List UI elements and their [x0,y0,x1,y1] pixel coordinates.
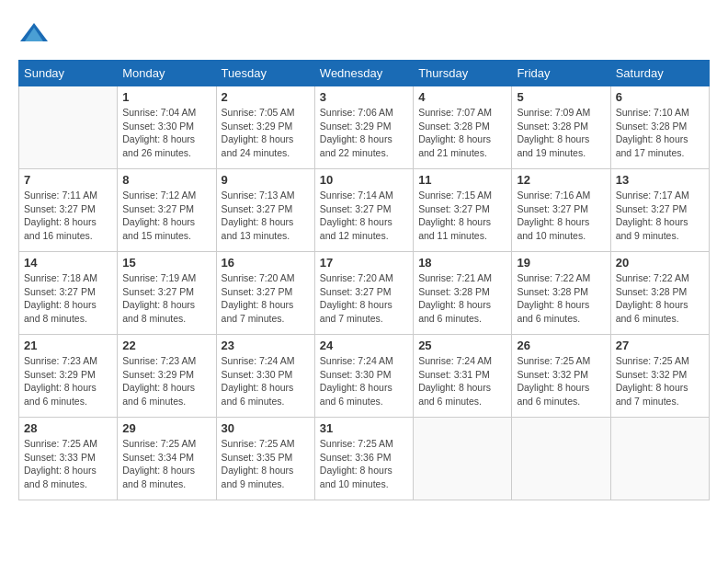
calendar-cell: 14Sunrise: 7:18 AM Sunset: 3:27 PM Dayli… [19,252,118,335]
day-number: 7 [24,173,112,187]
calendar-cell: 4Sunrise: 7:07 AM Sunset: 3:28 PM Daylig… [414,86,512,169]
calendar-cell: 26Sunrise: 7:25 AM Sunset: 3:32 PM Dayli… [512,335,610,418]
day-detail: Sunrise: 7:09 AM Sunset: 3:28 PM Dayligh… [517,106,605,160]
calendar-cell: 18Sunrise: 7:21 AM Sunset: 3:28 PM Dayli… [414,252,512,335]
day-number: 4 [418,90,506,104]
calendar-day-header: Saturday [610,61,709,86]
day-number: 5 [517,90,605,104]
day-detail: Sunrise: 7:22 AM Sunset: 3:28 PM Dayligh… [517,271,605,326]
day-number: 26 [517,339,605,352]
day-number: 16 [222,256,310,270]
calendar-cell: 10Sunrise: 7:14 AM Sunset: 3:27 PM Dayli… [314,169,413,252]
day-number: 25 [418,339,506,352]
day-detail: Sunrise: 7:22 AM Sunset: 3:28 PM Dayligh… [616,271,704,326]
day-number: 6 [616,90,704,104]
calendar-cell: 2Sunrise: 7:05 AM Sunset: 3:29 PM Daylig… [216,86,314,169]
calendar-week-row: 21Sunrise: 7:23 AM Sunset: 3:29 PM Dayli… [19,335,710,418]
day-number: 10 [320,173,408,187]
calendar-cell: 13Sunrise: 7:17 AM Sunset: 3:27 PM Dayli… [610,169,709,252]
day-detail: Sunrise: 7:25 AM Sunset: 3:33 PM Dayligh… [24,437,112,491]
calendar-cell: 21Sunrise: 7:23 AM Sunset: 3:29 PM Dayli… [19,335,118,418]
calendar-cell: 17Sunrise: 7:20 AM Sunset: 3:27 PM Dayli… [314,252,413,335]
calendar-cell: 5Sunrise: 7:09 AM Sunset: 3:28 PM Daylig… [512,86,610,169]
calendar-cell: 23Sunrise: 7:24 AM Sunset: 3:30 PM Dayli… [216,335,314,418]
day-number: 28 [24,421,112,435]
day-detail: Sunrise: 7:16 AM Sunset: 3:27 PM Dayligh… [517,189,605,243]
day-detail: Sunrise: 7:25 AM Sunset: 3:32 PM Dayligh… [517,354,605,408]
page-header [18,18,710,51]
day-detail: Sunrise: 7:05 AM Sunset: 3:29 PM Dayligh… [222,106,310,160]
calendar-cell: 19Sunrise: 7:22 AM Sunset: 3:28 PM Dayli… [512,252,610,335]
day-number: 9 [222,173,310,187]
day-number: 1 [122,90,210,104]
day-detail: Sunrise: 7:24 AM Sunset: 3:30 PM Dayligh… [320,354,408,408]
day-detail: Sunrise: 7:19 AM Sunset: 3:27 PM Dayligh… [122,271,210,326]
day-detail: Sunrise: 7:13 AM Sunset: 3:27 PM Dayligh… [222,189,310,243]
day-number: 2 [222,90,310,104]
day-detail: Sunrise: 7:17 AM Sunset: 3:27 PM Dayligh… [616,189,704,243]
day-number: 3 [320,90,408,104]
calendar-cell: 25Sunrise: 7:24 AM Sunset: 3:31 PM Dayli… [414,335,512,418]
calendar-week-row: 14Sunrise: 7:18 AM Sunset: 3:27 PM Dayli… [19,252,710,335]
day-detail: Sunrise: 7:06 AM Sunset: 3:29 PM Dayligh… [320,106,408,160]
calendar-cell: 27Sunrise: 7:25 AM Sunset: 3:32 PM Dayli… [610,335,709,418]
day-detail: Sunrise: 7:15 AM Sunset: 3:27 PM Dayligh… [418,189,506,243]
day-number: 14 [24,256,112,270]
calendar-cell: 11Sunrise: 7:15 AM Sunset: 3:27 PM Dayli… [414,169,512,252]
day-number: 21 [24,339,112,352]
day-detail: Sunrise: 7:11 AM Sunset: 3:27 PM Dayligh… [24,189,112,243]
calendar-day-header: Monday [118,61,216,86]
calendar-table: SundayMondayTuesdayWednesdayThursdayFrid… [18,60,710,500]
day-detail: Sunrise: 7:24 AM Sunset: 3:31 PM Dayligh… [418,354,506,408]
calendar-cell [512,418,610,500]
calendar-header-row: SundayMondayTuesdayWednesdayThursdayFrid… [19,61,710,86]
day-number: 31 [320,421,408,435]
day-detail: Sunrise: 7:23 AM Sunset: 3:29 PM Dayligh… [122,354,210,408]
calendar-day-header: Wednesday [314,61,413,86]
calendar-cell: 8Sunrise: 7:12 AM Sunset: 3:27 PM Daylig… [118,169,216,252]
day-number: 24 [320,339,408,352]
calendar-cell [414,418,512,500]
calendar-day-header: Tuesday [216,61,314,86]
calendar-cell: 3Sunrise: 7:06 AM Sunset: 3:29 PM Daylig… [314,86,413,169]
day-number: 20 [616,256,704,270]
calendar-cell: 9Sunrise: 7:13 AM Sunset: 3:27 PM Daylig… [216,169,314,252]
day-number: 11 [418,173,506,187]
day-number: 22 [122,339,210,352]
calendar-cell: 12Sunrise: 7:16 AM Sunset: 3:27 PM Dayli… [512,169,610,252]
calendar-cell: 22Sunrise: 7:23 AM Sunset: 3:29 PM Dayli… [118,335,216,418]
logo-icon [20,18,48,46]
day-detail: Sunrise: 7:25 AM Sunset: 3:35 PM Dayligh… [222,437,310,491]
calendar-cell: 7Sunrise: 7:11 AM Sunset: 3:27 PM Daylig… [19,169,118,252]
day-detail: Sunrise: 7:10 AM Sunset: 3:28 PM Dayligh… [616,106,704,160]
day-detail: Sunrise: 7:07 AM Sunset: 3:28 PM Dayligh… [418,106,506,160]
day-detail: Sunrise: 7:14 AM Sunset: 3:27 PM Dayligh… [320,189,408,243]
calendar-day-header: Thursday [414,61,512,86]
day-number: 30 [222,421,310,435]
day-detail: Sunrise: 7:04 AM Sunset: 3:30 PM Dayligh… [122,106,210,160]
calendar-cell: 6Sunrise: 7:10 AM Sunset: 3:28 PM Daylig… [610,86,709,169]
calendar-day-header: Friday [512,61,610,86]
calendar-cell [610,418,709,500]
calendar-cell: 1Sunrise: 7:04 AM Sunset: 3:30 PM Daylig… [118,86,216,169]
day-detail: Sunrise: 7:25 AM Sunset: 3:34 PM Dayligh… [122,437,210,491]
calendar-week-row: 1Sunrise: 7:04 AM Sunset: 3:30 PM Daylig… [19,86,710,169]
calendar-cell: 20Sunrise: 7:22 AM Sunset: 3:28 PM Dayli… [610,252,709,335]
calendar-cell: 15Sunrise: 7:19 AM Sunset: 3:27 PM Dayli… [118,252,216,335]
day-detail: Sunrise: 7:25 AM Sunset: 3:36 PM Dayligh… [320,437,408,491]
day-detail: Sunrise: 7:21 AM Sunset: 3:28 PM Dayligh… [418,271,506,326]
day-detail: Sunrise: 7:25 AM Sunset: 3:32 PM Dayligh… [616,354,704,408]
day-detail: Sunrise: 7:23 AM Sunset: 3:29 PM Dayligh… [24,354,112,408]
calendar-cell: 31Sunrise: 7:25 AM Sunset: 3:36 PM Dayli… [314,418,413,500]
day-number: 23 [222,339,310,352]
calendar-day-header: Sunday [19,61,118,86]
calendar-cell: 24Sunrise: 7:24 AM Sunset: 3:30 PM Dayli… [314,335,413,418]
day-number: 15 [122,256,210,270]
calendar-cell: 16Sunrise: 7:20 AM Sunset: 3:27 PM Dayli… [216,252,314,335]
day-number: 13 [616,173,704,187]
day-detail: Sunrise: 7:24 AM Sunset: 3:30 PM Dayligh… [222,354,310,408]
calendar-week-row: 28Sunrise: 7:25 AM Sunset: 3:33 PM Dayli… [19,418,710,500]
calendar-cell: 30Sunrise: 7:25 AM Sunset: 3:35 PM Dayli… [216,418,314,500]
calendar-cell: 29Sunrise: 7:25 AM Sunset: 3:34 PM Dayli… [118,418,216,500]
day-detail: Sunrise: 7:18 AM Sunset: 3:27 PM Dayligh… [24,271,112,326]
